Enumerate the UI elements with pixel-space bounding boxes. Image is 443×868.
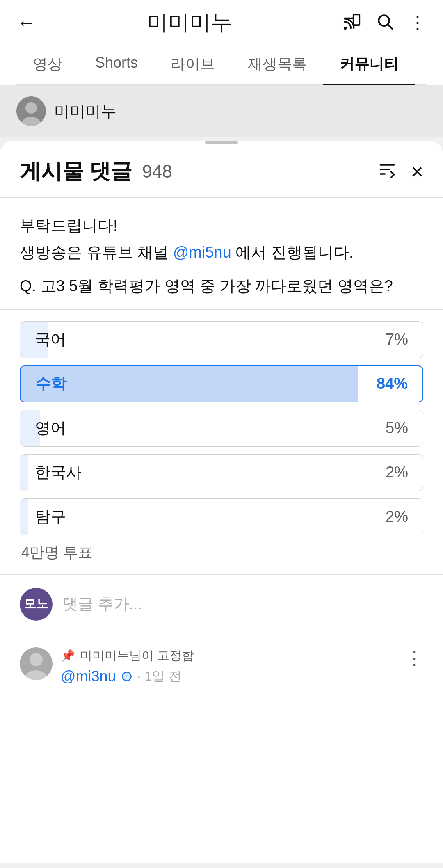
header-icons: ⋮ [343, 12, 427, 33]
poll-label-3: 한국사 [20, 462, 386, 483]
comments-title: 게시물 댓글 [20, 157, 132, 186]
cast-button[interactable] [343, 12, 361, 33]
tab-videos[interactable]: 영상 [16, 44, 79, 84]
svg-rect-1 [354, 14, 360, 25]
comments-sheet: 게시물 댓글 948 × 부탁드립니다! 생방송은 유튜브 채널 @mi5nu … [0, 141, 443, 863]
more-button[interactable]: ⋮ [409, 14, 427, 32]
top-bar: ← 미미미누 ⋮ 영상 Shorts [0, 0, 443, 85]
poll-percent-0: 7% [386, 331, 423, 348]
nav-tabs: 영상 Shorts 라이브 재생목록 커뮤니티 [16, 44, 427, 85]
tab-playlist[interactable]: 재생목록 [231, 44, 323, 84]
poll-label-0: 국어 [20, 329, 386, 350]
comment-input[interactable]: 댓글 추가... [62, 594, 423, 614]
poll-option-0[interactable]: 국어 7% [20, 321, 423, 358]
comments-header: 게시물 댓글 948 × [0, 144, 443, 198]
user-avatar: 모노 [20, 588, 53, 621]
svg-line-3 [388, 25, 392, 29]
poll-label-4: 탐구 [20, 506, 386, 527]
pin-icon: 📌 [61, 649, 75, 662]
poll-votes: 4만명 투표 [20, 543, 423, 563]
comments-actions: × [378, 160, 423, 183]
svg-point-11 [30, 653, 43, 666]
comments-count: 948 [142, 161, 172, 182]
poll-label-2: 영어 [20, 418, 386, 439]
poll-option-4[interactable]: 탐구 2% [20, 498, 423, 535]
channel-row: 미미미누 [0, 85, 443, 137]
comment-body: 📌 미미미누님이 고정함 @mi3nu · 1일 전 [61, 647, 390, 685]
user-avatar-text: 모노 [24, 596, 48, 612]
comment-more-button[interactable]: ⋮ [399, 647, 423, 668]
comment-input-row: 모노 댓글 추가... [0, 575, 443, 634]
post-text-line1: 부탁드립니다! [20, 212, 423, 239]
post-text-line2: 생방송은 유튜브 채널 @mi5nu 에서 진행됩니다. [20, 239, 423, 266]
commenter-avatar [20, 647, 53, 680]
close-button[interactable]: × [411, 161, 423, 182]
channel-name-label: 미미미누 [54, 101, 116, 122]
poll-option-3[interactable]: 한국사 2% [20, 454, 423, 491]
poll-option-2[interactable]: 영어 5% [20, 410, 423, 447]
poll-percent-1: 84% [377, 375, 422, 393]
poll-label-1: 수학 [21, 373, 377, 394]
svg-point-5 [25, 102, 37, 114]
post-content: 부탁드립니다! 생방송은 유튜브 채널 @mi5nu 에서 진행됩니다. Q. … [0, 198, 443, 310]
poll-option-1[interactable]: 수학 84% [20, 365, 423, 402]
drag-handle[interactable] [205, 141, 238, 144]
poll-percent-2: 5% [386, 419, 423, 437]
comment-time: · 1일 전 [137, 667, 182, 685]
poll-percent-4: 2% [386, 508, 423, 525]
pinned-comment: 📌 미미미누님이 고정함 @mi3nu · 1일 전 ⋮ [0, 634, 443, 699]
commenter-handle[interactable]: @mi3nu [61, 668, 116, 685]
tab-live[interactable]: 라이브 [154, 44, 231, 84]
search-button[interactable] [376, 12, 394, 33]
back-button[interactable]: ← [16, 13, 36, 32]
channel-link[interactable]: @mi5nu [173, 244, 231, 261]
verified-icon [121, 671, 132, 682]
channel-title: 미미미누 [147, 8, 232, 37]
poll-question: Q. 고3 5월 학력평가 영역 중 가장 까다로웠던 영역은? [20, 273, 423, 299]
poll-percent-3: 2% [386, 464, 423, 481]
svg-point-0 [345, 27, 346, 29]
poll-container: 국어 7% 수학 84% 영어 5% 한국사 2% 탐구 2% 4만명 투표 [0, 310, 443, 575]
tab-shorts[interactable]: Shorts [79, 44, 154, 84]
tab-community[interactable]: 커뮤니티 [323, 44, 415, 84]
channel-avatar [16, 96, 46, 126]
pinned-label: 미미미누님이 고정함 [80, 647, 194, 664]
sort-icon[interactable] [378, 160, 396, 183]
comment-meta: 📌 미미미누님이 고정함 [61, 647, 390, 664]
